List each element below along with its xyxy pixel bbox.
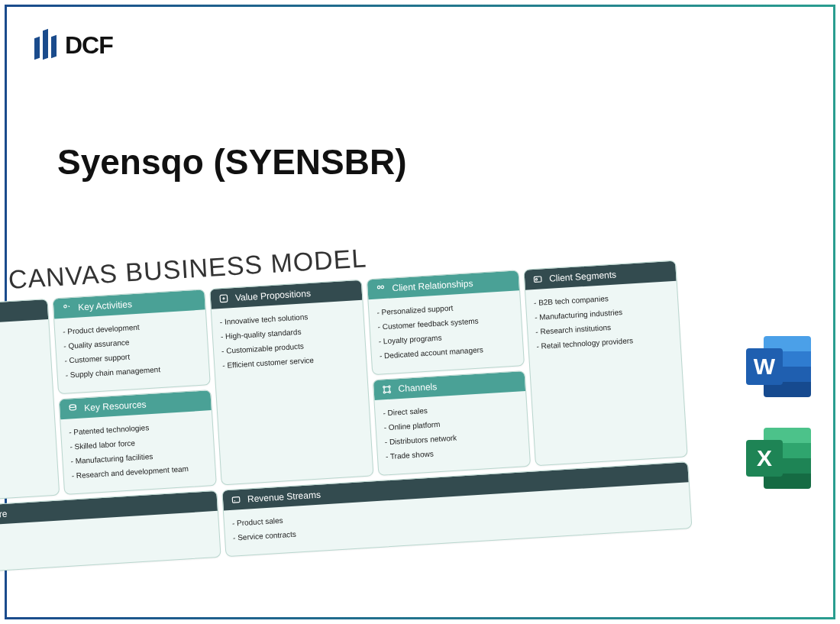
svg-point-6 [383, 386, 385, 388]
block-label: Revenue Streams [247, 490, 321, 505]
activities-icon [61, 302, 73, 314]
block-client-segments: Client Segments B2B tech companies Manuf… [523, 260, 687, 467]
block-label: Client Segments [549, 269, 617, 283]
word-file-icon: W [746, 336, 811, 397]
excel-file-icon: X [746, 428, 811, 489]
business-model-canvas: CANVAS BUSINESS MODEL Key Partners nnolo… [0, 222, 727, 575]
block-label: Cost Structure [0, 509, 8, 523]
excel-badge-letter: X [746, 440, 783, 477]
block-label: Value Propositions [235, 288, 312, 303]
block-label: Key Resources [84, 399, 147, 413]
svg-point-4 [377, 286, 380, 289]
segments-icon [532, 273, 544, 285]
svg-point-9 [389, 391, 390, 393]
block-label: Client Relationships [392, 278, 473, 293]
svg-point-2 [69, 405, 76, 408]
svg-point-8 [383, 392, 385, 393]
page-title: Syensqo (SYENSBR) [57, 141, 407, 183]
block-key-activities: Key Activities Product development Quali… [53, 289, 211, 394]
svg-point-5 [381, 286, 384, 289]
brand-logo: DCF [34, 27, 113, 63]
relationships-icon [375, 283, 386, 295]
block-channels: Channels Direct sales Online platform Di… [373, 370, 531, 476]
svg-point-1 [64, 305, 67, 308]
logo-bars-icon [34, 27, 57, 63]
list-item: dustry associations [0, 369, 44, 391]
channels-icon [381, 384, 393, 396]
block-key-resources: Key Resources Patented technologies Skil… [59, 390, 217, 495]
block-key-partners: Key Partners nnology suppliers earch ins… [0, 299, 60, 504]
value-icon [218, 293, 230, 304]
block-client-relationships: Client Relationships Personalized suppor… [367, 270, 525, 375]
svg-point-7 [389, 386, 390, 387]
word-badge-letter: W [746, 348, 783, 385]
block-label: Channels [398, 381, 437, 394]
svg-rect-13 [232, 497, 240, 503]
resources-icon [67, 403, 79, 415]
block-items: nnology suppliers earch institutions tri… [0, 319, 53, 403]
logo-text: DCF [65, 31, 113, 60]
block-value-propositions: Value Propositions Innovative tech solut… [209, 280, 373, 486]
svg-point-11 [535, 279, 537, 280]
revenue-icon [231, 494, 242, 506]
block-label: Key Activities [78, 299, 132, 312]
file-type-icons: W X [746, 336, 811, 489]
